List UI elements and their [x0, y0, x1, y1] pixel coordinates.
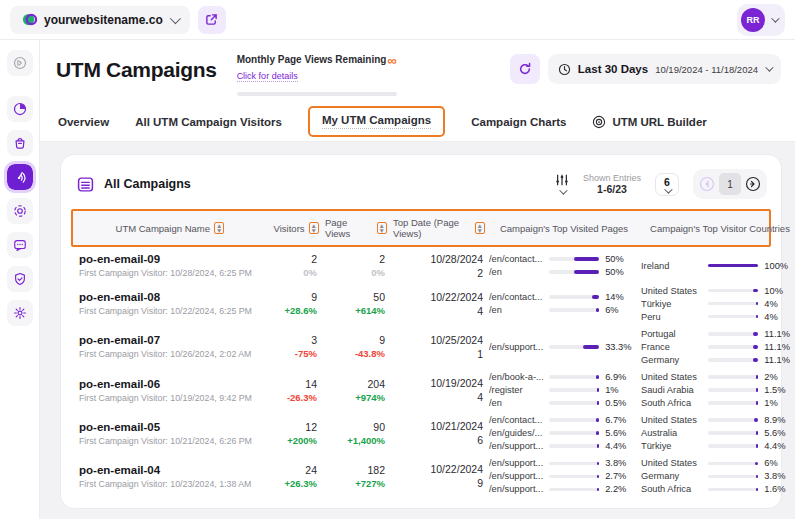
chevron-down-icon: [169, 12, 180, 23]
bar-label: South Africa: [641, 398, 702, 408]
page-views-delta: +727%: [323, 478, 385, 489]
bar-fill: [596, 308, 599, 312]
tab-utm-url-builder[interactable]: UTM URL Builder: [592, 115, 706, 129]
bar-track: [549, 401, 599, 405]
sidebar-item-privacy[interactable]: [7, 266, 33, 292]
bar-item: Türkiye4.4%: [641, 441, 795, 451]
bar-percent: 1.5%: [764, 385, 795, 395]
tab-campaign-charts[interactable]: Campaign Charts: [471, 116, 566, 128]
bar-fill: [597, 475, 600, 479]
table-row[interactable]: po-en-email-08 First Campaign Visitor: 1…: [79, 283, 763, 325]
top-date-views: 4: [391, 305, 483, 317]
bar-percent: 11.1%: [764, 329, 795, 339]
visitors-delta: -75%: [263, 348, 317, 359]
table-row[interactable]: po-en-email-07 First Campaign Visitor: 1…: [79, 326, 763, 368]
first-campaign-visitor: First Campaign Visitor: 10/23/2024, 1:38…: [79, 479, 257, 489]
bar-label: United States: [641, 415, 702, 425]
bar-track: [708, 475, 758, 479]
quota-details-link[interactable]: Click for details: [237, 71, 298, 82]
page-views-delta: +974%: [323, 392, 385, 403]
sidebar-item-utm-campaigns[interactable]: [7, 164, 33, 190]
sidebar-item-settings[interactable]: [7, 300, 33, 326]
bar-item: United States10%: [641, 286, 795, 296]
campaign-name: po-en-email-08: [79, 291, 257, 303]
bar-track: [549, 462, 599, 466]
bar-fill: [596, 375, 599, 379]
column-filter-button[interactable]: [555, 174, 569, 195]
bar-percent: 5.6%: [764, 428, 795, 438]
table-row[interactable]: po-en-email-06 First Campaign Visitor: 1…: [79, 369, 763, 411]
page-number[interactable]: 1: [719, 173, 741, 195]
bar-item: Türkiye4%: [641, 299, 795, 309]
bar-percent: 2.7%: [605, 471, 635, 481]
bar-item: /en50%: [489, 267, 635, 277]
next-page-button[interactable]: [743, 174, 763, 194]
bar-fill: [583, 345, 600, 349]
bar-label: Portugal: [641, 329, 702, 339]
bar-label: Germany: [641, 471, 702, 481]
bar-item: /en/contact...50%: [489, 254, 635, 264]
gear-icon: [13, 306, 27, 320]
first-campaign-visitor: First Campaign Visitor: 10/22/2024, 6:25…: [79, 306, 257, 316]
sort-icon[interactable]: ▲▼: [309, 222, 319, 234]
column-header-top-pages: Campaign's Top Visited Pages: [491, 223, 637, 234]
column-header-page-views[interactable]: Page Views ▲▼: [325, 217, 387, 239]
bar-label: United States: [641, 458, 702, 468]
sort-icon[interactable]: ▲▼: [475, 222, 485, 234]
table-row[interactable]: po-en-email-05 First Campaign Visitor: 1…: [79, 412, 763, 454]
sidebar-item-ecommerce[interactable]: [7, 130, 33, 156]
sidebar-item-analytics[interactable]: [7, 96, 33, 122]
bar-percent: 33.3%: [605, 342, 635, 352]
column-header-name[interactable]: UTM Campaign Name ▲▼: [81, 222, 259, 234]
open-site-button[interactable]: [198, 6, 226, 34]
visitors-value: 3: [263, 334, 317, 346]
shopping-bag-icon: [13, 136, 27, 150]
chat-icon: [13, 238, 27, 252]
bar-percent: 50%: [605, 267, 635, 277]
sidebar-item-goals[interactable]: [7, 198, 33, 224]
column-header-top-date[interactable]: Top Date (Page Views) ▲▼: [393, 217, 485, 239]
sidebar: [0, 40, 40, 519]
bar-percent: 2%: [764, 372, 795, 382]
user-menu[interactable]: RR: [737, 4, 785, 36]
bar-track: [708, 358, 758, 362]
visitors-delta: +200%: [263, 435, 317, 446]
page-size-select[interactable]: 6: [655, 173, 679, 196]
bar-track: [708, 431, 758, 435]
tab-my-utm-campaigns[interactable]: My UTM Campaigns: [308, 106, 445, 137]
column-header-visitors[interactable]: Visitors ▲▼: [265, 222, 319, 234]
card-title: All Campaigns: [104, 177, 191, 191]
bar-track: [549, 257, 599, 261]
table-row[interactable]: po-en-email-04 First Campaign Visitor: 1…: [79, 455, 763, 497]
date-range-picker[interactable]: Last 30 Days 10/19/2024 - 11/18/2024: [548, 54, 781, 84]
sort-icon[interactable]: ▲▼: [377, 222, 387, 234]
top-date-views: 6: [391, 434, 483, 446]
table-icon: [77, 176, 94, 193]
top-date-value: 10/19/2024: [391, 377, 483, 389]
tab-overview[interactable]: Overview: [58, 116, 109, 128]
sort-icon[interactable]: ▲▼: [214, 222, 224, 234]
bar-track: [549, 295, 599, 299]
sidebar-item-collapse[interactable]: [7, 50, 33, 76]
bar-fill: [597, 444, 600, 448]
bar-item: United States6%: [641, 458, 795, 468]
tab-all-utm-campaign-visitors[interactable]: All UTM Campaign Visitors: [135, 116, 282, 128]
utm-url-builder-icon: [592, 115, 606, 129]
bar-track: [549, 488, 599, 492]
collapse-sidebar-icon: [13, 56, 27, 70]
table-row[interactable]: po-en-email-09 First Campaign Visitor: 1…: [79, 250, 763, 282]
bar-fill: [756, 488, 759, 492]
table-header-row: UTM Campaign Name ▲▼ Visitors ▲▼ Page Vi…: [71, 209, 771, 247]
refresh-button[interactable]: [510, 54, 540, 84]
table-body: po-en-email-09 First Campaign Visitor: 1…: [73, 247, 769, 498]
prev-page-button[interactable]: [697, 174, 717, 194]
visitors-delta: +26.3%: [263, 478, 317, 489]
campaign-name: po-en-email-04: [79, 464, 257, 476]
site-selector[interactable]: yourwebsitename.co: [10, 6, 190, 34]
sidebar-item-feedback[interactable]: [7, 232, 33, 258]
bar-fill: [756, 302, 759, 306]
visitors-value: 12: [263, 421, 317, 433]
bar-label: /en/support...: [489, 441, 543, 451]
visitors-delta: -26.3%: [263, 392, 317, 403]
bar-fill: [756, 401, 759, 405]
